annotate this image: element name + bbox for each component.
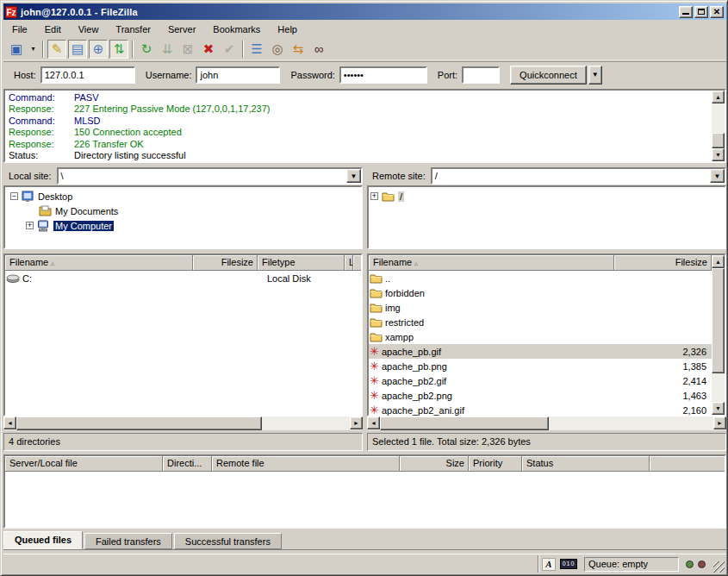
remote-hscrollbar-thumb[interactable] — [380, 416, 549, 430]
remote-scroll-down-button[interactable]: ▼ — [712, 402, 725, 415]
disconnect-icon[interactable]: ✖ — [199, 40, 218, 59]
remote-site-combo[interactable]: / ▼ — [431, 167, 726, 185]
menu-item-server[interactable]: Server — [159, 22, 204, 36]
remote-file-row-..[interactable]: .. — [369, 271, 712, 285]
sync-browsing-icon[interactable]: ⇆ — [289, 40, 308, 59]
log-scroll-down-button[interactable]: ▼ — [712, 148, 725, 161]
site-manager-dropdown[interactable]: ▾ — [28, 40, 39, 59]
remote-site-dropdown-icon[interactable]: ▼ — [710, 169, 725, 183]
resize-grip[interactable] — [713, 561, 725, 573]
toggle-queue-icon[interactable]: ⇅ — [109, 40, 128, 59]
remote-file-row-forbidden[interactable]: forbidden — [369, 285, 712, 300]
menu-item-transfer[interactable]: Transfer — [107, 22, 159, 36]
log-line: Response:226 Transfer OK — [9, 139, 707, 150]
local-site-combo[interactable]: \ ▼ — [57, 167, 363, 185]
toggle-local-tree-icon[interactable]: ▤ — [68, 40, 87, 59]
tab-queued-files[interactable]: Queued files — [3, 531, 83, 549]
remote-scroll-up-button[interactable]: ▲ — [712, 255, 725, 268]
quickconnect-dropdown-button[interactable]: ▼ — [588, 66, 602, 85]
compare-icon[interactable]: ◎ — [268, 40, 287, 59]
username-input[interactable] — [196, 66, 280, 84]
port-input[interactable] — [462, 66, 500, 84]
toggle-remote-tree-icon[interactable]: ⊕ — [89, 40, 108, 59]
remote-scroll-right-button[interactable]: ► — [713, 416, 726, 429]
column-header-directi-[interactable]: Directi... — [163, 456, 212, 472]
expand-icon[interactable]: + — [370, 192, 378, 200]
local-tree-item-my-computer[interactable]: +My Computer — [5, 218, 361, 233]
filter-icon[interactable]: ☰ — [247, 40, 266, 59]
column-header-priority[interactable]: Priority — [469, 456, 522, 472]
menu-item-view[interactable]: View — [70, 22, 108, 36]
column-header-filesize[interactable]: Filesize — [614, 255, 712, 271]
local-tree-item-my-documents[interactable]: My Documents — [5, 203, 361, 218]
remote-tree-root[interactable]: + / — [369, 189, 725, 203]
local-tree-item-desktop[interactable]: −Desktop — [5, 189, 361, 203]
site-manager-icon[interactable]: ▣ — [7, 40, 26, 59]
local-hscrollbar[interactable]: ◄ ► — [3, 416, 363, 430]
remote-file-row-xampp[interactable]: xampp — [369, 329, 712, 344]
log-scroll-up-button[interactable]: ▲ — [712, 91, 725, 103]
process-queue-icon[interactable]: ⇊ — [158, 40, 177, 59]
log-scrollbar-thumb[interactable] — [712, 133, 725, 148]
column-header-l[interactable]: L — [345, 255, 353, 271]
remote-file-list: Filename ▵Filesize ..forbiddenimgrestric… — [367, 254, 726, 416]
password-input[interactable] — [339, 66, 427, 84]
local-scroll-right-button[interactable]: ► — [350, 416, 363, 429]
log-line-text: MLSD — [74, 116, 101, 126]
close-button[interactable]: ✕ — [710, 6, 724, 18]
send-activity-led — [698, 560, 706, 568]
refresh-icon[interactable]: ↻ — [137, 40, 156, 59]
collapse-icon[interactable]: − — [10, 192, 18, 200]
queue-tabs: Queued filesFailed transfersSuccessful t… — [3, 530, 726, 550]
status-bar: A 010 Queue: empty — [3, 554, 726, 573]
expand-icon[interactable]: + — [26, 222, 34, 229]
message-log[interactable]: Command:PASVResponse:227 Entering Passiv… — [3, 89, 726, 163]
local-site-dropdown-icon[interactable]: ▼ — [346, 169, 361, 183]
reconnect-icon[interactable]: ✔ — [220, 40, 239, 59]
remote-scroll-left-button[interactable]: ◄ — [367, 416, 380, 429]
column-header-filename[interactable]: Filename ▵ — [5, 255, 193, 271]
column-header-filename[interactable]: Filename ▵ — [369, 255, 614, 271]
file-name: restricted — [385, 317, 424, 328]
log-line-text: Directory listing successful — [74, 150, 186, 160]
column-header-status[interactable]: Status — [522, 456, 650, 472]
local-scroll-left-button[interactable]: ◄ — [3, 416, 16, 429]
column-header-filetype[interactable]: Filetype — [258, 255, 345, 271]
host-input[interactable] — [40, 66, 135, 84]
binary-data-type-icon[interactable]: 010 — [560, 559, 577, 569]
remote-file-row-apache_pb.gif[interactable]: ✳apache_pb.gif2,326 — [369, 344, 712, 359]
column-header-size[interactable]: Size — [400, 456, 469, 472]
title-bar[interactable]: Fz john@127.0.0.1 - FileZilla ✕ — [3, 3, 726, 20]
remote-scrollbar-thumb[interactable] — [712, 268, 725, 373]
remote-hscrollbar[interactable]: ◄ ► — [367, 416, 726, 430]
remote-file-row-apache_pb2.gif[interactable]: ✳apache_pb2.gif2,414 — [369, 373, 712, 388]
local-hscrollbar-thumb[interactable] — [16, 416, 262, 430]
remote-file-row-apache_pb2_ani.gif[interactable]: ✳apache_pb2_ani.gif2,160 — [369, 403, 712, 417]
tab-failed-transfers[interactable]: Failed transfers — [84, 533, 172, 549]
menu-item-file[interactable]: File — [3, 22, 36, 36]
tab-successful-transfers[interactable]: Successful transfers — [174, 533, 282, 549]
local-file-row[interactable]: C:Local Disk — [5, 271, 361, 285]
column-header-label: Priority — [473, 458, 502, 468]
minimize-button[interactable] — [679, 6, 693, 18]
remote-file-row-img[interactable]: img — [369, 300, 712, 315]
menu-item-bookmarks[interactable]: Bookmarks — [204, 22, 269, 36]
maximize-button[interactable] — [694, 6, 708, 18]
find-files-icon[interactable]: ∞ — [309, 40, 328, 59]
image-file-icon: ✳ — [370, 360, 379, 372]
column-header-label: Filesize — [675, 257, 707, 267]
toggle-message-log-icon[interactable]: ✎ — [47, 40, 66, 59]
remote-file-row-apache_pb2.png[interactable]: ✳apache_pb2.png1,463 — [369, 388, 712, 403]
column-header-server-local-file[interactable]: Server/Local file — [5, 456, 163, 472]
menu-item-help[interactable]: Help — [269, 22, 306, 36]
quickconnect-button[interactable]: Quickconnect — [510, 66, 587, 85]
remote-file-row-apache_pb.png[interactable]: ✳apache_pb.png1,385 — [369, 359, 712, 373]
ascii-data-type-icon[interactable]: A — [542, 558, 556, 571]
cancel-icon[interactable]: ⊠ — [178, 40, 197, 59]
queue-empty-area[interactable] — [5, 472, 725, 527]
column-header-filesize[interactable]: Filesize — [193, 255, 258, 271]
remote-file-row-restricted[interactable]: restricted — [369, 315, 712, 329]
menu-item-edit[interactable]: Edit — [36, 22, 70, 36]
sort-ascending-icon: ▵ — [412, 259, 418, 267]
column-header-remote-file[interactable]: Remote file — [212, 456, 400, 472]
